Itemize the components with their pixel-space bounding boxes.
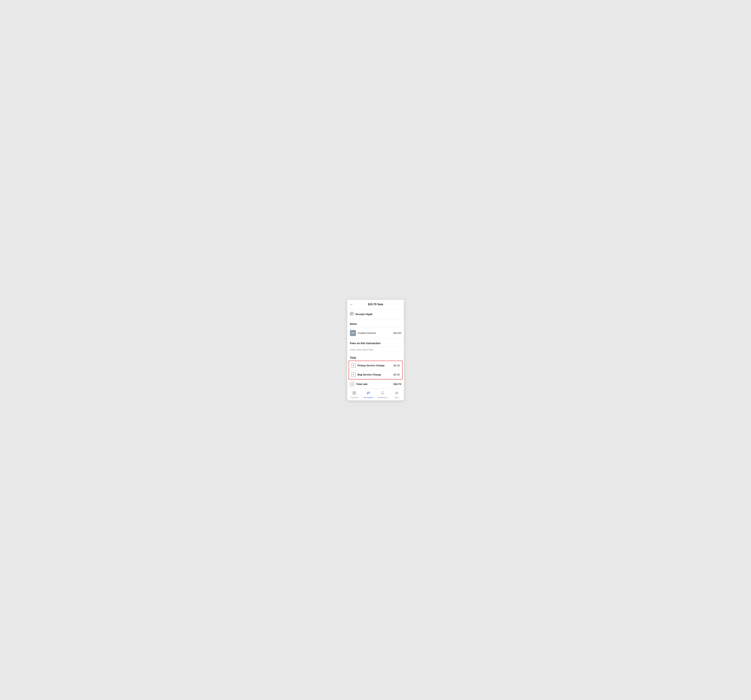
nav-transactions[interactable]: Transactions	[362, 390, 376, 399]
transactions-icon	[366, 391, 370, 396]
total-icon	[350, 382, 354, 386]
total-sale-label: Total sale	[356, 382, 392, 385]
more-label: More	[394, 396, 399, 398]
item-row: Cu Custom Amount $10.00	[347, 328, 404, 339]
receipt-row: Receipt #5geE	[347, 309, 404, 319]
receipt-icon	[350, 312, 354, 316]
transactions-label: Transactions	[363, 396, 374, 398]
svg-rect-13	[354, 393, 356, 395]
total-sale-row: Total sale $10.70	[347, 379, 404, 389]
total-sale-amount: $10.70	[394, 382, 401, 385]
nav-notifications[interactable]: Notifications	[376, 390, 390, 399]
page-title: $10.70 Sale	[368, 303, 383, 306]
grid-icon	[352, 391, 356, 396]
fees-section: Fees on this transaction Learn more abou…	[347, 339, 404, 354]
pickup-charge-name: Pickup Service Charge	[358, 364, 392, 367]
page-header: ← $10.70 Sale	[347, 300, 404, 309]
phone-container: ← $10.70 Sale Receipt #5geE Items Cu Cus…	[347, 300, 404, 401]
learn-more-link[interactable]: Learn more about fees	[350, 348, 401, 352]
back-button[interactable]: ←	[350, 302, 353, 306]
nav-checkout[interactable]: Checkout	[347, 390, 362, 399]
item-price: $10.00	[394, 331, 401, 335]
items-heading: Items	[347, 319, 404, 327]
svg-rect-11	[354, 392, 356, 393]
svg-rect-10	[353, 392, 354, 393]
bottom-nav: Checkout Transactions Notifications	[347, 389, 404, 401]
notifications-label: Notifications	[378, 396, 388, 398]
bag-charge-row: Bag Service Charge $0.50	[349, 370, 402, 379]
item-avatar: Cu	[350, 330, 356, 336]
menu-icon	[395, 391, 399, 396]
bag-charge-price: $0.50	[394, 373, 400, 376]
checkout-label: Checkout	[351, 396, 358, 398]
total-heading: Total	[347, 354, 404, 361]
pickup-charge-row: Pickup Service Charge $0.20	[349, 361, 402, 370]
fees-heading: Fees on this transaction	[350, 342, 401, 345]
bell-icon	[381, 391, 385, 396]
highlighted-charges-box: Pickup Service Charge $0.20 Bag Service …	[349, 361, 403, 379]
bag-charge-icon	[351, 373, 355, 377]
receipt-label: Receipt #5geE	[355, 313, 373, 316]
item-name: Custom Amount	[358, 331, 392, 335]
bag-charge-name: Bag Service Charge	[358, 373, 392, 376]
pickup-charge-icon	[351, 363, 355, 368]
pickup-charge-price: $0.20	[394, 364, 400, 367]
svg-rect-12	[353, 393, 354, 395]
nav-more[interactable]: More	[390, 390, 404, 399]
